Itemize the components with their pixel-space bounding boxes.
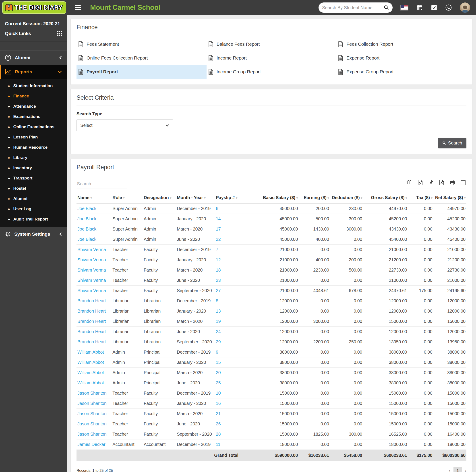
sidebar-item-audit-trail-report[interactable]: »Audit Trail Report	[0, 214, 67, 224]
cell-name[interactable]: Brandon Heart	[77, 337, 112, 347]
user-avatar[interactable]	[460, 2, 470, 13]
cell-payslip[interactable]: 22	[215, 234, 244, 244]
cell-payslip[interactable]: 6	[215, 204, 244, 214]
cell-name[interactable]: Shivam Verma	[77, 244, 112, 255]
cell-payslip[interactable]: 21	[215, 409, 244, 419]
cell-payslip[interactable]: 16	[215, 398, 244, 409]
cell-name[interactable]: Jason Sharlton	[77, 429, 112, 439]
search-type-select[interactable]: Select	[77, 119, 173, 131]
us-flag-icon[interactable]	[401, 5, 408, 10]
cell-payslip[interactable]: 17	[215, 224, 244, 234]
col-header-tax[interactable]: Tax ($)▾	[408, 192, 433, 204]
cell-payslip[interactable]: 13	[215, 306, 244, 316]
pdf-export-icon[interactable]	[439, 180, 444, 185]
link-expense-report[interactable]: Expense Report	[336, 51, 466, 65]
cell-payslip[interactable]: 15	[215, 358, 244, 368]
cell-payslip[interactable]: 26	[215, 419, 244, 429]
sidebar-item-library[interactable]: »Library	[0, 152, 67, 163]
col-header-month-year[interactable]: Month - Year▾	[176, 192, 215, 204]
sidebar-item-transport[interactable]: »Transport	[0, 173, 67, 183]
grid-icon[interactable]	[57, 31, 62, 36]
cell-name[interactable]: Jason Sharlton	[77, 398, 112, 409]
cell-payslip[interactable]: 10	[215, 388, 244, 398]
cell-payslip[interactable]: 18	[215, 265, 244, 275]
cell-payslip[interactable]: 28	[215, 429, 244, 439]
col-header-payslip[interactable]: Payslip #▾	[215, 192, 244, 204]
sidebar-item-hostel[interactable]: »Hostel	[0, 183, 67, 194]
cell-name[interactable]: William Abbot	[77, 358, 112, 368]
sidebar-item-user-log[interactable]: »User Log	[0, 204, 67, 214]
table-search-input[interactable]	[77, 179, 127, 188]
sidebar-item-alumni[interactable]: Alumni	[0, 50, 67, 65]
sidebar-item-inventory[interactable]: »Inventory	[0, 163, 67, 173]
page-number[interactable]: 1	[454, 467, 461, 472]
cell-name[interactable]: Joe Black	[77, 224, 112, 234]
search-button[interactable]: Search	[438, 138, 466, 148]
link-fees-statement[interactable]: Fees Statement	[77, 37, 206, 51]
link-income-group-report[interactable]: Income Group Report	[206, 65, 337, 79]
cell-name[interactable]: Brandon Heart	[77, 306, 112, 316]
sidebar-item-online-examinations[interactable]: »Online Examinations	[0, 122, 67, 132]
cell-payslip[interactable]: 29	[215, 337, 244, 347]
sidebar-item-reports[interactable]: Reports	[0, 65, 67, 79]
quick-links[interactable]: Quick Links	[0, 26, 67, 41]
whatsapp-icon[interactable]	[445, 4, 452, 11]
link-balance-fees-report[interactable]: Balance Fees Report	[206, 37, 337, 51]
col-header-deduction[interactable]: Deduction ($)▾	[330, 192, 363, 204]
cell-payslip[interactable]: 14	[215, 214, 244, 224]
col-header-earning[interactable]: Earning ($)▾	[299, 192, 330, 204]
task-check-icon[interactable]	[431, 4, 437, 11]
cell-payslip[interactable]: 24	[215, 327, 244, 337]
search-icon[interactable]	[384, 5, 389, 10]
col-header-gross-salary[interactable]: Gross Salary ($)▾	[363, 192, 408, 204]
app-logo[interactable]: THE DIGI DIARY	[0, 0, 67, 15]
cell-payslip[interactable]: 12	[215, 255, 244, 265]
cell-payslip[interactable]: 19	[215, 316, 244, 327]
cell-payslip[interactable]: 25	[215, 378, 244, 388]
sidebar-item-attendance[interactable]: »Attendance	[0, 101, 67, 112]
print-icon[interactable]	[449, 180, 455, 185]
student-search-input[interactable]	[322, 5, 382, 10]
col-header-basic-salary[interactable]: Basic Salary ($)▾	[244, 192, 299, 204]
link-payroll-report[interactable]: Payroll Report	[77, 65, 206, 79]
cell-payslip[interactable]: 8	[215, 296, 244, 306]
link-fees-collection-report[interactable]: Fees Collection Report	[336, 37, 466, 51]
cell-name[interactable]: Brandon Heart	[77, 316, 112, 327]
sidebar-item-human-resource[interactable]: »Human Resource	[0, 142, 67, 152]
link-online-fees-collection-report[interactable]: Online Fees Collection Report	[77, 51, 206, 65]
cell-name[interactable]: Shivam Verma	[77, 265, 112, 275]
cell-name[interactable]: William Abbot	[77, 347, 112, 358]
cell-name[interactable]: Shivam Verma	[77, 275, 112, 286]
excel-export-icon[interactable]	[417, 180, 423, 185]
cell-name[interactable]: James Deckar	[77, 439, 112, 450]
cell-payslip[interactable]: 9	[215, 347, 244, 358]
cell-name[interactable]: Jason Sharlton	[77, 409, 112, 419]
cell-name[interactable]: Jason Sharlton	[77, 419, 112, 429]
cell-name[interactable]: Brandon Heart	[77, 296, 112, 306]
cell-name[interactable]: Joe Black	[77, 214, 112, 224]
link-expense-group-report[interactable]: Expense Group Report	[336, 65, 466, 79]
sidebar-item-system-settings[interactable]: System Settings	[0, 227, 67, 241]
prev-page-icon[interactable]: ‹	[449, 468, 450, 472]
link-income-report[interactable]: Income Report	[206, 51, 337, 65]
cell-name[interactable]: Joe Black	[77, 204, 112, 214]
cell-name[interactable]: Joe Black	[77, 234, 112, 244]
cell-payslip[interactable]: 7	[215, 244, 244, 255]
cell-name[interactable]: William Abbot	[77, 368, 112, 378]
cell-payslip[interactable]: 23	[215, 275, 244, 286]
cell-payslip[interactable]: 27	[215, 286, 244, 296]
col-header-net-salary[interactable]: Net Salary ($)▾	[433, 192, 466, 204]
calendar-icon[interactable]	[416, 4, 423, 11]
sidebar-item-student-information[interactable]: »Student Information	[0, 81, 67, 91]
sidebar-item-alumni-report[interactable]: »Alumni	[0, 194, 67, 204]
cell-name[interactable]: Jason Sharlton	[77, 388, 112, 398]
next-page-icon[interactable]: ›	[465, 468, 466, 472]
cell-name[interactable]: Shivam Verma	[77, 255, 112, 265]
hamburger-menu-icon[interactable]	[75, 4, 81, 11]
copy-icon[interactable]	[407, 180, 412, 185]
sidebar-item-lesson-plan[interactable]: »Lesson Plan	[0, 132, 67, 142]
column-visibility-icon[interactable]	[460, 180, 466, 185]
csv-export-icon[interactable]	[428, 180, 434, 185]
col-header-name[interactable]: Name▾	[77, 192, 112, 204]
cell-name[interactable]: Shivam Verma	[77, 286, 112, 296]
